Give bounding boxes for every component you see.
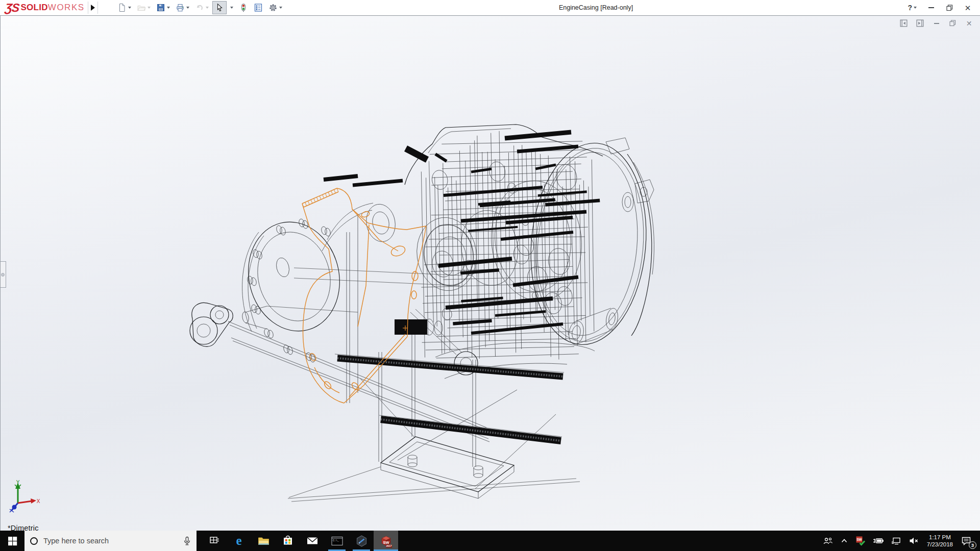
clock-date: 7/23/2018 bbox=[927, 541, 953, 548]
notification-badge: 3 bbox=[969, 541, 976, 549]
document-restore-button[interactable] bbox=[949, 19, 957, 27]
taskbar-spacer bbox=[197, 531, 202, 551]
mail-icon bbox=[306, 534, 319, 547]
select-tool-button[interactable] bbox=[212, 1, 227, 14]
properties-button[interactable] bbox=[252, 1, 265, 14]
windows-logo-icon bbox=[8, 536, 17, 546]
save-floppy-icon bbox=[156, 3, 165, 12]
microphone-icon[interactable] bbox=[183, 536, 191, 546]
command-prompt-icon: C:\_ bbox=[331, 535, 344, 547]
taskbar-mail[interactable] bbox=[300, 531, 325, 551]
document-title: EngineCasing [Read-only] bbox=[284, 4, 908, 11]
tab-handle-dot bbox=[1, 273, 5, 277]
open-document-button bbox=[135, 1, 153, 14]
print-dropdown-caret[interactable] bbox=[186, 7, 189, 9]
taskbar-file-explorer[interactable] bbox=[251, 531, 276, 551]
pane-right-icon bbox=[916, 19, 924, 27]
new-document-icon bbox=[117, 3, 127, 12]
pane-left-icon bbox=[900, 19, 908, 27]
help-button[interactable]: ? bbox=[908, 4, 917, 12]
solidworks-logo-works: WORKS bbox=[48, 3, 85, 13]
svg-text:C:\_: C:\_ bbox=[333, 539, 339, 542]
select-cursor-icon bbox=[215, 3, 224, 12]
undo-button bbox=[193, 1, 211, 14]
solidworks-logo-solid: SOLID bbox=[20, 3, 47, 13]
svg-text:2017: 2017 bbox=[386, 544, 391, 547]
orientation-triad: Y X bbox=[8, 480, 40, 516]
restore-button[interactable] bbox=[945, 4, 953, 12]
action-center-button[interactable]: 3 bbox=[958, 531, 977, 551]
file-explorer-icon bbox=[257, 535, 270, 547]
document-close-button[interactable]: ✕ bbox=[965, 19, 973, 27]
edge-browser-icon: e bbox=[232, 534, 246, 547]
save-button[interactable] bbox=[154, 1, 172, 14]
rebuild-button[interactable] bbox=[237, 1, 250, 14]
cortana-search-icon bbox=[30, 537, 38, 545]
taskbar-composer[interactable] bbox=[349, 531, 374, 551]
minimize-icon bbox=[928, 7, 934, 8]
taskbar-search[interactable] bbox=[24, 531, 197, 551]
taskbar-edge[interactable]: e bbox=[227, 531, 251, 551]
axis-y-label: Y bbox=[16, 480, 20, 485]
close-button[interactable]: ✕ bbox=[964, 4, 972, 12]
speaker-muted-icon bbox=[909, 537, 919, 545]
task-view-button[interactable] bbox=[202, 531, 227, 551]
new-dropdown-caret[interactable] bbox=[128, 7, 131, 9]
task-view-icon bbox=[209, 535, 220, 546]
flyout-arrow-icon bbox=[91, 5, 95, 11]
svg-text:e: e bbox=[236, 534, 241, 547]
document-minimize-button[interactable] bbox=[933, 19, 940, 27]
solidworks-monitor-tray[interactable]: SW bbox=[852, 531, 869, 551]
featuremanager-collapsed-tab[interactable] bbox=[0, 261, 6, 288]
hexagon-app-icon bbox=[355, 535, 368, 547]
solidworks-logo: ƷS SOLIDWORKS bbox=[0, 0, 88, 15]
svg-text:SW: SW bbox=[383, 540, 389, 544]
pane-next-button[interactable] bbox=[916, 19, 924, 27]
taskbar-store[interactable] bbox=[276, 531, 300, 551]
pane-previous-button[interactable] bbox=[900, 19, 908, 27]
hidden-icons-chevron[interactable] bbox=[837, 531, 852, 551]
options-button[interactable] bbox=[266, 1, 284, 14]
graphics-area[interactable]: ✕ Y X *Dimetric bbox=[0, 16, 980, 531]
document-window-controls: ✕ bbox=[900, 19, 973, 27]
restore-icon bbox=[946, 5, 953, 11]
app-titlebar: ƷS SOLIDWORKS bbox=[0, 0, 980, 16]
minimize-button[interactable] bbox=[927, 4, 935, 12]
solidworks-logo-glyph: ƷS bbox=[5, 1, 20, 15]
document-close-icon: ✕ bbox=[966, 20, 972, 27]
search-input[interactable] bbox=[43, 537, 178, 545]
document-minimize-icon bbox=[934, 23, 939, 24]
power-status[interactable] bbox=[869, 531, 888, 551]
network-status[interactable] bbox=[888, 531, 905, 551]
new-document-button[interactable] bbox=[115, 1, 133, 14]
people-button[interactable] bbox=[819, 531, 837, 551]
people-icon bbox=[823, 536, 833, 545]
microsoft-store-icon bbox=[282, 535, 294, 547]
taskbar-solidworks[interactable]: SW 2017 bbox=[374, 531, 398, 551]
start-button[interactable] bbox=[0, 531, 24, 551]
select-tool-dropdown[interactable] bbox=[228, 1, 235, 14]
ethernet-icon bbox=[891, 537, 901, 545]
rebuild-trafficlight-icon bbox=[239, 3, 248, 12]
volume-status[interactable] bbox=[905, 531, 922, 551]
system-tray: SW 1:1 bbox=[819, 531, 980, 551]
save-dropdown-caret[interactable] bbox=[167, 7, 170, 9]
help-dropdown-caret[interactable] bbox=[914, 7, 917, 9]
battery-plug-icon bbox=[873, 537, 884, 545]
model-wireframe bbox=[1, 16, 980, 531]
print-button[interactable] bbox=[174, 1, 191, 14]
document-restore-icon bbox=[949, 20, 956, 27]
taskbar-command-prompt[interactable]: C:\_ bbox=[325, 531, 349, 551]
toolbar-flyout-button[interactable] bbox=[88, 2, 98, 14]
window-controls: ? ✕ bbox=[908, 4, 980, 12]
view-orientation-label: *Dimetric bbox=[8, 524, 39, 531]
chevron-up-icon bbox=[840, 537, 848, 545]
axis-x-label: X bbox=[37, 498, 40, 504]
options-gear-icon bbox=[268, 3, 278, 12]
undo-icon bbox=[195, 3, 204, 12]
close-icon: ✕ bbox=[965, 4, 971, 12]
taskbar-clock[interactable]: 1:17 PM 7/23/2018 bbox=[922, 534, 958, 548]
options-dropdown-caret[interactable] bbox=[279, 7, 282, 9]
solidworks-app-icon: SW 2017 bbox=[379, 534, 393, 548]
print-icon bbox=[176, 3, 185, 12]
